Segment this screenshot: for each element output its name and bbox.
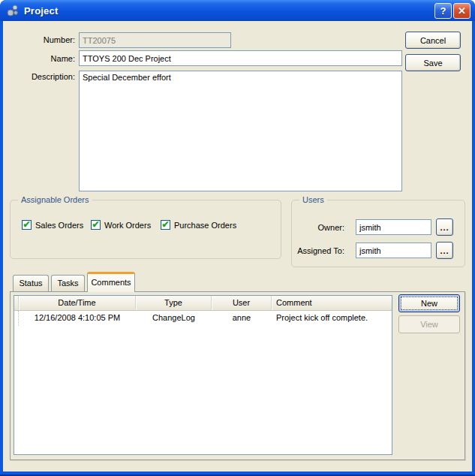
cancel-button[interactable]: Cancel xyxy=(405,32,461,49)
cell-user: anne xyxy=(212,311,272,326)
checkbox-icon: ✔ xyxy=(22,220,32,230)
users-group: Users Owner: ... Assigned To: ... xyxy=(291,200,465,267)
checkbox-icon: ✔ xyxy=(91,220,101,230)
tab-tasks[interactable]: Tasks xyxy=(51,275,85,291)
project-app-icon xyxy=(6,4,20,17)
description-field[interactable]: Special December effort xyxy=(79,71,402,191)
assigned-to-field[interactable] xyxy=(356,243,431,258)
view-button: View xyxy=(398,315,460,333)
save-button[interactable]: Save xyxy=(405,54,461,71)
help-button[interactable]: ? xyxy=(434,3,452,19)
comments-table[interactable]: Date/Time Type User Comment 12/16/2008 4… xyxy=(14,295,392,455)
number-field xyxy=(79,32,231,48)
sales-orders-label: Sales Orders xyxy=(35,221,83,230)
number-label: Number: xyxy=(3,35,75,44)
new-button[interactable]: New xyxy=(398,294,460,312)
cell-datetime: 12/16/2008 4:10:05 PM xyxy=(19,311,136,326)
users-title: Users xyxy=(299,195,327,204)
column-header-comment[interactable]: Comment xyxy=(272,296,392,310)
assignable-orders-title: Assignable Orders xyxy=(18,195,92,204)
work-orders-label: Work Orders xyxy=(104,221,151,230)
assigned-to-browse-button[interactable]: ... xyxy=(436,242,453,259)
description-label: Description: xyxy=(3,72,75,81)
assigned-to-label: Assigned To: xyxy=(292,246,344,255)
owner-field[interactable] xyxy=(356,219,431,235)
comments-tab-panel: Date/Time Type User Comment 12/16/2008 4… xyxy=(10,291,465,460)
tab-status[interactable]: Status xyxy=(13,275,49,291)
owner-label: Owner: xyxy=(292,223,344,232)
comments-table-header[interactable]: Date/Time Type User Comment xyxy=(14,296,392,311)
work-orders-checkbox[interactable]: ✔ Work Orders xyxy=(91,220,151,230)
assignable-orders-group: Assignable Orders ✔ Sales Orders ✔ Work … xyxy=(10,200,281,259)
sales-orders-checkbox[interactable]: ✔ Sales Orders xyxy=(22,220,83,230)
tab-comments[interactable]: Comments xyxy=(87,272,135,292)
cell-type: ChangeLog xyxy=(136,311,212,326)
purchase-orders-label: Purchase Orders xyxy=(174,221,236,230)
name-field[interactable] xyxy=(79,50,402,66)
column-header-type[interactable]: Type xyxy=(136,296,212,310)
purchase-orders-checkbox[interactable]: ✔ Purchase Orders xyxy=(161,220,236,230)
dialog-body: Number: Cancel Name: Save Description: S… xyxy=(3,21,472,471)
table-row[interactable]: 12/16/2008 4:10:05 PM ChangeLog anne Pro… xyxy=(14,311,392,326)
checkbox-icon: ✔ xyxy=(161,220,170,230)
window-title: Project xyxy=(24,5,58,17)
close-icon[interactable]: ✕ xyxy=(453,3,470,19)
project-dialog-window: Project ? ✕ Number: Cancel Name: Save De… xyxy=(0,0,475,476)
owner-browse-button[interactable]: ... xyxy=(436,218,453,236)
cell-comment: Project kick off complete. xyxy=(272,311,392,326)
column-header-datetime[interactable]: Date/Time xyxy=(19,296,136,310)
name-label: Name: xyxy=(3,54,75,63)
column-header-user[interactable]: User xyxy=(212,296,272,310)
titlebar[interactable]: Project ? ✕ xyxy=(0,0,475,21)
